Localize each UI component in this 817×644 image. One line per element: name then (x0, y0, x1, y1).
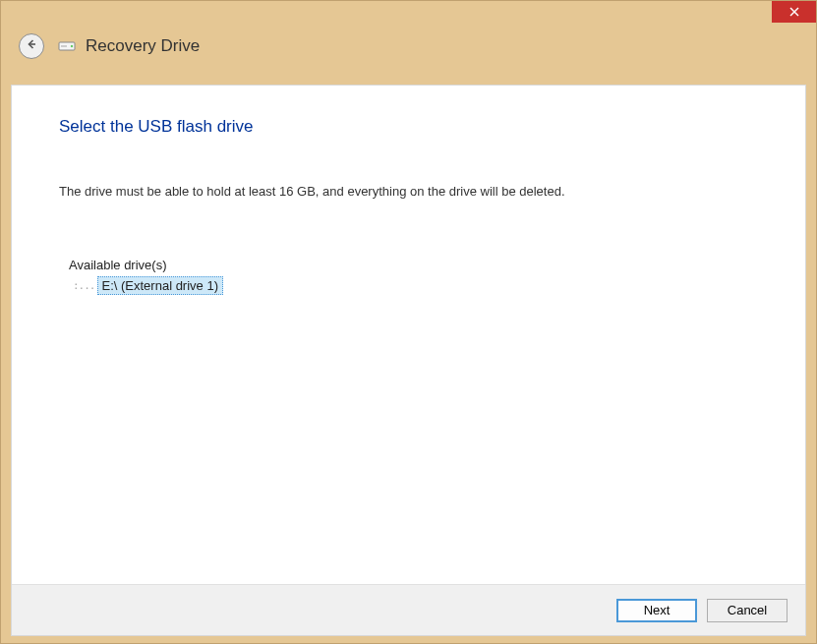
next-button[interactable]: Next (616, 599, 697, 622)
back-button[interactable] (19, 33, 44, 59)
close-button[interactable] (772, 1, 816, 23)
instruction-text: The drive must be able to hold at least … (59, 184, 758, 199)
tree-connector-icon: :... (73, 279, 95, 292)
title-bar (1, 1, 816, 29)
wizard-window: Recovery Drive Select the USB flash driv… (0, 0, 817, 644)
content-area: Select the USB flash drive The drive mus… (11, 85, 806, 636)
drive-list: :... E:\ (External drive 1) (73, 276, 758, 295)
available-drives-label: Available drive(s) (69, 258, 758, 272)
page-heading: Select the USB flash drive (59, 117, 758, 137)
content-inner: Select the USB flash drive The drive mus… (12, 86, 805, 584)
drive-item[interactable]: E:\ (External drive 1) (97, 276, 224, 295)
header-row: Recovery Drive (1, 29, 816, 71)
back-arrow-icon (25, 37, 38, 55)
svg-point-4 (71, 45, 73, 47)
recovery-drive-icon (58, 39, 76, 53)
cancel-button[interactable]: Cancel (707, 599, 788, 622)
svg-rect-5 (61, 45, 67, 47)
close-icon (789, 3, 799, 21)
app-title: Recovery Drive (86, 36, 200, 56)
button-bar: Next Cancel (12, 584, 805, 635)
